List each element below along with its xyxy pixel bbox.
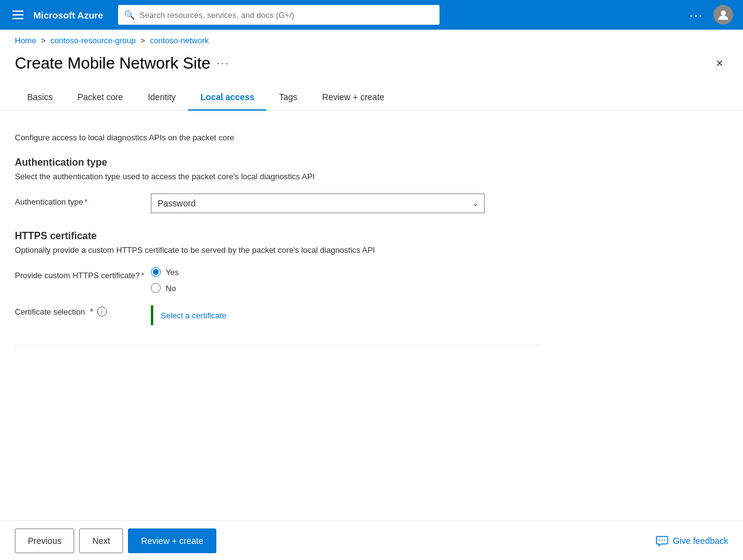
page-title-row: Create Mobile Network Site ···	[15, 54, 229, 73]
tab-review-create[interactable]: Review + create	[310, 86, 397, 111]
tab-tags[interactable]: Tags	[266, 86, 310, 111]
info-icon[interactable]: i	[97, 307, 107, 316]
page-options-menu[interactable]: ···	[216, 57, 229, 70]
close-button[interactable]: ×	[711, 54, 728, 73]
auth-type-section: Authentication type Select the authentic…	[15, 157, 541, 213]
auth-type-select[interactable]: Password AAD Certificate	[151, 193, 485, 213]
azure-brand: Microsoft Azure	[33, 10, 103, 20]
breadcrumb: Home > contoso-resource-group > contoso-…	[0, 30, 743, 49]
auth-type-dropdown-wrapper: Password AAD Certificate ⌄	[151, 193, 485, 213]
required-indicator-2: *	[141, 271, 144, 280]
auth-type-control: Password AAD Certificate ⌄	[151, 193, 541, 213]
https-section-title: HTTPS certificate	[15, 231, 541, 242]
radio-yes-label: Yes	[166, 268, 179, 277]
custom-cert-label: Provide custom HTTPS certificate?*	[15, 267, 151, 280]
custom-cert-row: Provide custom HTTPS certificate?* Yes N…	[15, 267, 541, 293]
radio-no[interactable]: No	[151, 283, 541, 293]
hamburger-menu[interactable]	[10, 8, 26, 22]
search-input[interactable]	[140, 11, 433, 20]
radio-yes[interactable]: Yes	[151, 267, 541, 277]
top-navigation: Microsoft Azure 🔍 ···	[0, 0, 743, 30]
page-title: Create Mobile Network Site	[15, 54, 210, 73]
topnav-more-options[interactable]: ···	[689, 8, 703, 22]
radio-no-label: No	[166, 284, 176, 293]
breadcrumb-sep-2: >	[140, 36, 145, 45]
tab-bar: Basics Packet core Identity Local access…	[0, 73, 743, 111]
section-description: Configure access to local diagnostics AP…	[15, 133, 541, 142]
section-divider	[15, 345, 541, 346]
cert-bar	[151, 305, 153, 325]
auth-section-title: Authentication type	[15, 157, 541, 168]
local-access-section: Configure access to local diagnostics AP…	[0, 111, 556, 346]
cert-selection-row: Certificate selection * i Select a certi…	[15, 305, 541, 325]
required-indicator: *	[85, 197, 88, 206]
auth-type-row: Authentication type* Password AAD Certif…	[15, 193, 541, 213]
breadcrumb-network[interactable]: contoso-network	[150, 36, 208, 45]
custom-cert-control: Yes No	[151, 267, 541, 293]
tab-packet-core[interactable]: Packet core	[65, 86, 135, 111]
required-indicator-3: *	[90, 307, 93, 316]
breadcrumb-sep-1: >	[41, 36, 46, 45]
user-avatar[interactable]	[713, 5, 733, 25]
breadcrumb-home[interactable]: Home	[15, 36, 36, 45]
breadcrumb-resource-group[interactable]: contoso-resource-group	[51, 36, 136, 45]
https-cert-section: HTTPS certificate Optionally provide a c…	[15, 231, 541, 325]
page-header: Create Mobile Network Site ··· ×	[0, 49, 743, 73]
cert-selection-label-col: Certificate selection * i	[15, 305, 151, 316]
tab-identity[interactable]: Identity	[135, 86, 188, 111]
cert-select-link-wrap: Select a certificate	[151, 305, 226, 325]
search-bar[interactable]: 🔍	[118, 5, 439, 25]
search-icon: 🔍	[124, 10, 135, 20]
tab-basics[interactable]: Basics	[15, 86, 65, 111]
tab-local-access[interactable]: Local access	[188, 86, 266, 111]
radio-yes-input[interactable]	[151, 267, 161, 277]
topnav-right: ···	[689, 5, 733, 25]
radio-no-input[interactable]	[151, 283, 161, 293]
auth-section-subtitle: Select the authentication type used to a…	[15, 172, 541, 181]
svg-point-0	[721, 11, 726, 15]
https-section-subtitle: Optionally provide a custom HTTPS certif…	[15, 245, 541, 255]
select-certificate-link[interactable]: Select a certificate	[161, 311, 226, 320]
avatar-icon	[717, 9, 729, 21]
auth-type-label: Authentication type*	[15, 193, 151, 206]
main-content: Configure access to local diagnostics AP…	[0, 111, 743, 395]
cert-selection-label: Certificate selection	[15, 307, 85, 316]
https-cert-radio-group: Yes No	[151, 267, 541, 293]
